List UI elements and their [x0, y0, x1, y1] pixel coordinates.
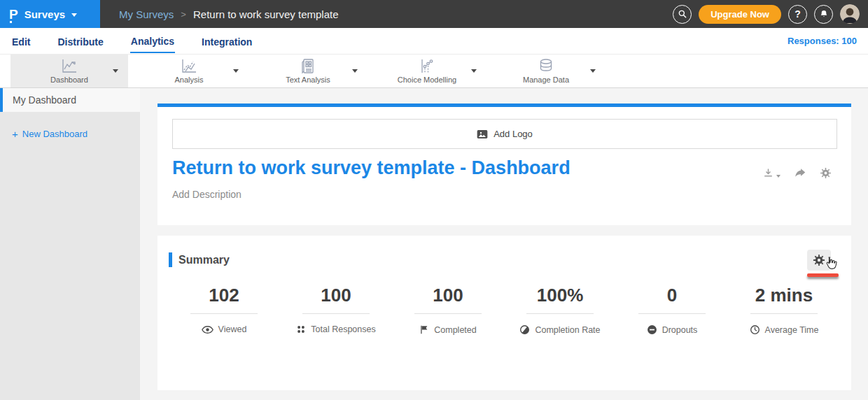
divider	[190, 313, 258, 314]
divider	[526, 313, 594, 314]
new-dashboard-label: New Dashboard	[22, 129, 88, 139]
summary-title: Summary	[178, 254, 230, 266]
dashboard-header-panel: Add Logo Return to work survey template …	[158, 107, 851, 225]
tab-analytics[interactable]: Analytics	[130, 29, 175, 53]
stat-value: 0	[616, 285, 728, 306]
annotation-highlight-bar	[807, 273, 839, 277]
settings-button[interactable]	[820, 167, 832, 179]
avatar-photo	[840, 4, 860, 24]
stat-dropouts: 0 Dropouts	[616, 285, 728, 335]
breadcrumb-separator: >	[181, 9, 186, 20]
toolbar-item-dashboard[interactable]: Dashboard	[10, 55, 128, 87]
toolbar-item-manage-data[interactable]: Manage Data	[486, 55, 606, 87]
summary-settings-button[interactable]	[807, 250, 831, 271]
responses-count-link[interactable]: Responses: 100	[788, 36, 857, 46]
chevron-down-icon[interactable]	[471, 69, 477, 73]
brand-logo-icon: P	[9, 8, 18, 21]
tab-edit[interactable]: Edit	[11, 30, 31, 52]
sidebar-item-label: My Dashboard	[13, 94, 76, 106]
toolbar-item-text-analysis[interactable]: Text Analysis	[248, 55, 368, 87]
toolbar-item-label: Manage Data	[523, 76, 569, 84]
divider	[302, 313, 370, 314]
dots-grid-icon	[296, 324, 306, 334]
stat-value: 2 mins	[728, 285, 840, 306]
scatter-chart-icon	[418, 58, 436, 75]
dashboard-sidebar: My Dashboard + New Dashboard	[0, 88, 140, 400]
chevron-down-icon	[776, 175, 780, 178]
surveys-product-menu[interactable]: P Surveys	[0, 0, 100, 28]
dashboard-actions	[762, 167, 832, 179]
clock-icon	[750, 324, 760, 335]
survey-nav: Edit Distribute Analytics Integration Re…	[0, 28, 868, 55]
stat-completion-rate: 100% Completion Rate	[504, 285, 616, 335]
search-button[interactable]	[673, 5, 692, 24]
toolbar-item-label: Text Analysis	[286, 76, 330, 84]
divider	[414, 313, 482, 314]
chevron-down-icon[interactable]	[352, 69, 358, 73]
bell-icon	[819, 9, 829, 19]
divider	[638, 313, 706, 314]
stat-value: 100	[280, 285, 392, 306]
add-logo-label: Add Logo	[493, 129, 533, 139]
breadcrumb: My Surveys > Return to work survey templ…	[119, 8, 339, 20]
stat-label: Viewed	[218, 324, 247, 334]
help-button[interactable]: ?	[788, 5, 807, 24]
stat-average-time: 2 mins Average Time	[728, 285, 840, 335]
stat-label: Completed	[434, 325, 476, 335]
stat-value: 100%	[504, 285, 616, 306]
download-button[interactable]	[762, 167, 780, 179]
stat-value: 102	[168, 285, 280, 306]
chevron-down-icon[interactable]	[233, 69, 239, 73]
toolbar-item-label: Analysis	[175, 76, 204, 84]
chevron-down-icon[interactable]	[590, 69, 596, 73]
app-root: P Surveys My Surveys > Return to work su…	[0, 0, 868, 400]
tab-integration[interactable]: Integration	[201, 30, 253, 52]
stat-label: Total Responses	[311, 324, 375, 334]
add-description-field[interactable]: Add Description	[172, 189, 241, 200]
chevron-down-icon	[71, 13, 77, 17]
document-grid-icon	[299, 58, 317, 75]
breadcrumb-my-surveys-link[interactable]: My Surveys	[119, 8, 174, 20]
half-circle-icon	[519, 324, 530, 335]
stat-value: 100	[392, 285, 504, 306]
database-icon	[537, 58, 555, 75]
share-icon	[794, 168, 806, 179]
stat-label: Dropouts	[662, 325, 698, 335]
gear-icon	[813, 254, 825, 266]
top-header: P Surveys My Surveys > Return to work su…	[0, 0, 868, 28]
sidebar-item-my-dashboard[interactable]: My Dashboard	[0, 88, 140, 112]
product-name: Surveys	[24, 8, 65, 20]
breadcrumb-current-page: Return to work survey template	[193, 8, 339, 20]
search-icon	[678, 9, 687, 19]
new-dashboard-button[interactable]: + New Dashboard	[12, 128, 140, 140]
minus-circle-icon	[647, 324, 657, 335]
stat-label: Completion Rate	[535, 325, 600, 335]
plus-icon: +	[12, 128, 18, 140]
question-mark-icon: ?	[794, 8, 801, 20]
user-avatar[interactable]	[840, 4, 860, 24]
summary-stats-row: 102 Viewed 100 Total Responses 100	[168, 285, 840, 335]
divider	[750, 313, 818, 314]
toolbar-item-label: Dashboard	[50, 76, 88, 84]
summary-accent-bar	[169, 252, 172, 267]
line-chart-icon	[60, 58, 78, 75]
notifications-button[interactable]	[814, 5, 833, 24]
dashboard-title[interactable]: Return to work survey template - Dashboa…	[172, 157, 570, 179]
download-icon	[762, 167, 774, 179]
toolbar-item-choice-modelling[interactable]: Choice Modelling	[368, 55, 486, 87]
tab-distribute[interactable]: Distribute	[57, 30, 104, 52]
eye-icon	[202, 325, 214, 334]
upgrade-now-button[interactable]: Upgrade Now	[699, 5, 781, 24]
chevron-down-icon[interactable]	[113, 69, 118, 73]
stat-total-responses: 100 Total Responses	[280, 285, 392, 335]
trend-chart-icon	[180, 58, 198, 75]
gear-icon	[820, 167, 832, 179]
analytics-toolbar: Dashboard Analysis Text Analysis Choice …	[0, 55, 868, 88]
add-logo-box[interactable]: Add Logo	[172, 119, 837, 149]
toolbar-item-analysis[interactable]: Analysis	[130, 55, 248, 87]
stat-completed: 100 Completed	[392, 285, 504, 335]
share-button[interactable]	[794, 168, 806, 179]
image-icon	[477, 129, 488, 139]
summary-card: Summary 102 Viewed 100 Total Responses	[158, 236, 851, 390]
stat-label: Average Time	[765, 325, 819, 335]
